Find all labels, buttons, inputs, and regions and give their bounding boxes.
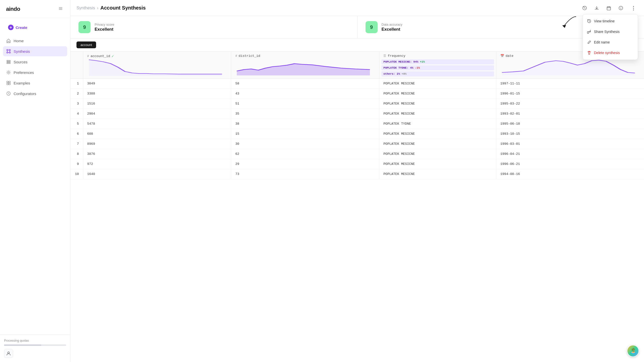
sidebar-item-sources[interactable]: Sources (3, 57, 67, 67)
header: Synthesis › Account Synthesis (70, 0, 644, 16)
download-icon (594, 6, 599, 11)
schedule-button[interactable] (605, 4, 613, 12)
accuracy-score-info: Data accuracy Excellent (382, 23, 403, 32)
freq-badge-delta-0: +1% (420, 60, 425, 63)
col-label-account-id: account_id (91, 54, 110, 58)
sidebar-item-synthesis[interactable]: Synthesis (3, 46, 67, 56)
sidebar-item-home[interactable]: Home (3, 36, 67, 46)
row-num: 3 (70, 99, 83, 109)
table-row: 3 1516 51 POPLATEK MESICNE 1995-03-22 (70, 99, 644, 109)
col-chart-account-id (83, 58, 231, 78)
row-num: 1 (70, 79, 83, 89)
sidebar-item-synthesis-label: Synthesis (14, 49, 30, 54)
col-header-district-id: # district_id (231, 52, 379, 79)
date-icon: 📅 (500, 54, 504, 58)
cell-account-id: 5478 (83, 119, 231, 129)
account-id-chart (85, 58, 229, 76)
cell-frequency: POPLATEK MESICNE (379, 109, 496, 119)
dropdown-delete-synthesis[interactable]: Delete synthesis (583, 48, 638, 58)
dropdown-edit-name[interactable]: Edit name (583, 37, 638, 48)
district-id-chart (233, 58, 377, 75)
svg-rect-11 (7, 60, 10, 61)
accuracy-score-label: Data accuracy (382, 23, 403, 26)
info-button[interactable] (617, 4, 625, 12)
svg-rect-0 (59, 7, 62, 8)
cell-frequency: POPLATEK MESICNE (379, 169, 496, 179)
sidebar-nav: Home Synthesis Sources (0, 35, 70, 335)
table-row: 10 1640 73 POPLATEK MESICNE 1994-08-16 (70, 169, 644, 179)
more-options-button[interactable]: ⋮ (629, 4, 638, 12)
table-header-row: # account_id ✓ # (70, 52, 644, 79)
sidebar-footer: Processing quotas (0, 335, 70, 362)
cell-date: 1993-10-15 (496, 129, 644, 139)
create-button[interactable]: + Create (4, 22, 66, 33)
examples-icon (6, 80, 11, 85)
freq-badge-0: POPLATEK MESICNE: 94% +1% (381, 59, 494, 64)
svg-rect-18 (9, 83, 10, 85)
svg-rect-17 (7, 83, 8, 85)
cell-account-id: 3876 (83, 149, 231, 159)
svg-point-24 (621, 7, 621, 8)
cell-date: 1995-06-18 (496, 119, 644, 129)
tab-account[interactable]: account (76, 41, 96, 48)
table-body: 1 3049 58 POPLATEK MESICNE 1997-11-11 2 … (70, 79, 644, 179)
row-num: 4 (70, 109, 83, 119)
processing-bar (4, 344, 66, 346)
cell-frequency: POPLATEK MESICNE (379, 159, 496, 169)
history-button[interactable] (581, 4, 589, 12)
cell-date: 1994-08-16 (496, 169, 644, 179)
timeline-icon (587, 19, 591, 23)
processing-bar-fill (4, 344, 41, 346)
row-num: 9 (70, 159, 83, 169)
frequency-badges: POPLATEK MESICNE: 94% +1% POPLATEK TYDNE… (379, 58, 496, 78)
user-icon (6, 351, 11, 356)
score-cards: 9 Privacy score Excellent 9 Data accurac… (70, 16, 644, 38)
sidebar-item-sources-label: Sources (14, 60, 27, 64)
trash-icon (587, 51, 591, 55)
table-row: 9 972 29 POPLATEK MESICNE 1996-06-21 (70, 159, 644, 169)
cell-account-id: 3049 (83, 79, 231, 89)
privacy-score-info: Privacy score Excellent (95, 23, 114, 32)
svg-point-20 (8, 352, 10, 354)
avatar-circle[interactable]: 🏝️ (627, 345, 639, 357)
table-row: 6 608 15 POPLATEK MESICNE 1993-10-15 (70, 129, 644, 139)
download-button[interactable] (593, 4, 601, 12)
privacy-score-card: 9 Privacy score Excellent (70, 16, 357, 38)
synthesis-icon (6, 49, 11, 54)
svg-rect-13 (7, 63, 10, 64)
svg-point-3 (7, 50, 8, 51)
cell-district-id: 58 (231, 79, 379, 89)
col-label-date: date (506, 54, 513, 58)
table-row: 7 8969 30 POPLATEK MESICNE 1996-03-01 (70, 139, 644, 149)
cell-date: 1996-04-21 (496, 149, 644, 159)
dropdown-view-timeline-label: View timeline (594, 19, 615, 23)
app-name: aindo (6, 6, 20, 12)
table-area[interactable]: # account_id ✓ # (70, 52, 644, 362)
cell-district-id: 73 (231, 169, 379, 179)
breadcrumb: Synthesis › Account Synthesis (76, 5, 146, 11)
sidebar-item-examples[interactable]: Examples (3, 78, 67, 88)
preferences-icon (6, 70, 11, 75)
svg-rect-2 (59, 10, 62, 10)
sidebar-item-configurators[interactable]: Configurators (3, 88, 67, 99)
cell-frequency: POPLATEK TYDNE (379, 119, 496, 129)
svg-rect-1 (59, 8, 62, 9)
schedule-icon (606, 6, 611, 11)
freq-badge-delta-2: +0% (401, 72, 407, 75)
dropdown-share-synthesis[interactable]: Share Synthesis (583, 26, 638, 37)
sidebar-toggle-button[interactable] (57, 5, 64, 13)
dropdown-view-timeline[interactable]: View timeline (583, 16, 638, 26)
cell-date: 1995-03-22 (496, 99, 644, 109)
cell-date: 1996-03-01 (496, 139, 644, 149)
row-num: 7 (70, 139, 83, 149)
create-label: Create (16, 25, 27, 30)
cell-district-id: 51 (231, 99, 379, 109)
sidebar-item-preferences[interactable]: Preferences (3, 67, 67, 77)
cell-frequency: POPLATEK MESICNE (379, 79, 496, 89)
user-profile-button[interactable] (4, 349, 13, 358)
numeric-icon-district: # (235, 54, 237, 58)
table-row: 4 2904 35 POPLATEK MESICNE 1993-02-01 (70, 109, 644, 119)
plus-icon: + (8, 25, 14, 30)
row-num: 8 (70, 149, 83, 159)
svg-rect-12 (7, 62, 10, 62)
